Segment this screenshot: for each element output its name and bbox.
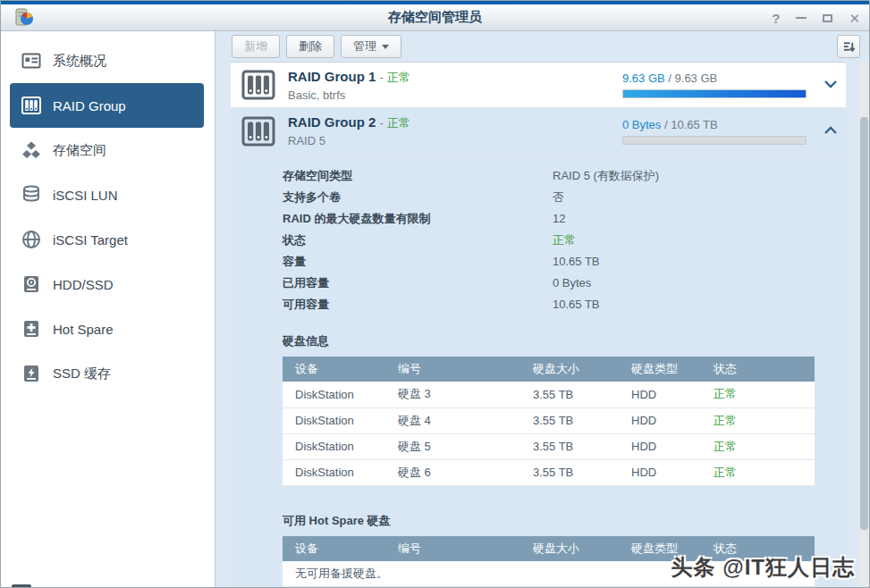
raid-group-icon xyxy=(241,70,275,100)
disk-info-title: 硬盘信息 xyxy=(283,333,846,349)
raid-group-row-1[interactable]: RAID Group 1 - 正常 Basic, btrfs 9.63 GB /… xyxy=(231,62,846,108)
group-separator: - xyxy=(380,116,384,130)
raid-group-details-panel: 存储空间类型 RAID 5 (有数据保护) 支持多个卷 否 RAID 的最大硬盘… xyxy=(231,155,846,588)
usage-progress-bar xyxy=(622,89,807,98)
partially-visible-sidebar-item xyxy=(12,584,31,588)
sidebar-item-label: RAID Group xyxy=(53,98,126,113)
col-status[interactable]: 状态 xyxy=(701,357,815,382)
detail-row: 存储空间类型 RAID 5 (有数据保护) xyxy=(283,165,846,187)
detail-label: RAID 的最大硬盘数量有限制 xyxy=(283,208,553,230)
col-number[interactable]: 编号 xyxy=(385,357,520,382)
table-row[interactable]: DiskStation 硬盘 3 3.55 TB HDD 正常 xyxy=(283,382,815,407)
titlebar[interactable]: 存储空间管理员 ? ✕ xyxy=(1,4,869,31)
sidebar-item-ssd-cache[interactable]: SSD 缓存 xyxy=(1,351,215,396)
hot-spare-table: 设备 编号 硬盘大小 硬盘类型 状态 无可用备援硬盘。 xyxy=(283,536,815,588)
close-button[interactable]: ✕ xyxy=(849,12,860,25)
sidebar-item-iscsi-target[interactable]: iSCSI Target xyxy=(1,217,215,262)
sidebar-item-iscsi-lun[interactable]: iSCSI LUN xyxy=(1,172,215,217)
detail-value: 12 xyxy=(553,208,565,230)
group-usage: 9.63 GB / 9.63 GB xyxy=(622,71,807,98)
empty-table-row: 无可用备援硬盘。 xyxy=(283,561,815,587)
toolbar: 新增 删除 管理 xyxy=(215,31,869,62)
col-type[interactable]: 硬盘类型 xyxy=(619,357,701,382)
storage-manager-window: 存储空间管理员 ? ✕ 系统概况 xyxy=(0,0,870,588)
scrollbar-track[interactable] xyxy=(859,62,869,588)
sidebar-item-raid-group[interactable]: RAID Group xyxy=(10,83,204,128)
help-button[interactable]: ? xyxy=(772,12,780,25)
hot-spare-title: 可用 Hot Spare 硬盘 xyxy=(283,513,846,529)
group-title: RAID Group 1 - 正常 xyxy=(288,69,410,84)
group-name: RAID Group 1 xyxy=(288,69,376,84)
detail-label: 存储空间类型 xyxy=(283,165,553,187)
expand-chevron-down-icon[interactable] xyxy=(824,80,837,90)
col-device[interactable]: 设备 xyxy=(283,536,385,561)
sidebar-item-label: iSCSI Target xyxy=(53,232,128,248)
manage-button[interactable]: 管理 xyxy=(341,35,401,58)
system-overview-icon xyxy=(21,50,42,71)
detail-value-status: 正常 xyxy=(553,230,576,251)
sidebar-item-label: 系统概况 xyxy=(53,53,106,70)
chevron-down-icon xyxy=(382,45,389,49)
table-row[interactable]: DiskStation 硬盘 5 3.55 TB HDD 正常 xyxy=(283,433,815,459)
main-content: 新增 删除 管理 xyxy=(215,31,869,588)
detail-label: 已用容量 xyxy=(283,273,553,294)
storage-volume-icon xyxy=(21,139,42,161)
group-subtitle: RAID 5 xyxy=(288,134,622,147)
sidebar: 系统概况 RAID Gr xyxy=(1,31,215,588)
table-header-row: 设备 编号 硬盘大小 硬盘类型 状态 xyxy=(283,357,815,382)
total-capacity: / 10.65 TB xyxy=(664,118,718,131)
sort-button[interactable] xyxy=(837,35,860,58)
sidebar-item-label: SSD 缓存 xyxy=(53,365,111,382)
detail-row: RAID 的最大硬盘数量有限制 12 xyxy=(283,208,846,230)
scrollbar-thumb[interactable] xyxy=(860,117,868,530)
sidebar-item-hot-spare[interactable]: Hot Spare xyxy=(1,307,215,351)
add-button[interactable]: 新增 xyxy=(232,35,280,58)
col-device[interactable]: 设备 xyxy=(283,357,385,382)
table-row[interactable]: DiskStation 硬盘 6 3.55 TB HDD 正常 xyxy=(283,459,815,485)
usage-progress-bar xyxy=(622,136,807,145)
iscsi-lun-icon xyxy=(21,184,42,206)
col-size[interactable]: 硬盘大小 xyxy=(520,357,619,382)
raid-group-icon xyxy=(241,116,275,147)
sort-icon xyxy=(842,40,856,54)
table-header-row: 设备 编号 硬盘大小 硬盘类型 状态 xyxy=(283,536,815,561)
delete-button[interactable]: 删除 xyxy=(286,35,334,58)
sidebar-item-storage-volume[interactable]: 存储空间 xyxy=(1,128,215,172)
raid-group-row-2[interactable]: RAID Group 2 - 正常 RAID 5 0 Bytes / 10.65… xyxy=(231,108,846,155)
detail-row: 容量 10.65 TB xyxy=(283,251,846,273)
col-type[interactable]: 硬盘类型 xyxy=(619,536,701,561)
sidebar-item-system-overview[interactable]: 系统概况 xyxy=(1,38,215,83)
detail-row: 支持多个卷 否 xyxy=(283,187,846,208)
group-status: 正常 xyxy=(387,71,410,84)
col-status[interactable]: 状态 xyxy=(701,536,815,561)
minimize-button[interactable] xyxy=(796,17,807,19)
detail-row: 状态 正常 xyxy=(283,230,846,251)
detail-row: 可用容量 10.65 TB xyxy=(283,294,846,315)
used-capacity: 9.63 GB xyxy=(622,71,665,85)
collapse-chevron-up-icon[interactable] xyxy=(824,126,837,137)
sidebar-item-hdd-ssd[interactable]: HDD/SSD xyxy=(1,262,215,307)
group-separator: - xyxy=(380,71,384,84)
sidebar-item-label: HDD/SSD xyxy=(53,277,114,292)
window-title: 存储空间管理员 xyxy=(1,9,869,26)
iscsi-target-icon xyxy=(21,229,42,250)
detail-row: 已用容量 0 Bytes xyxy=(283,273,846,294)
detail-label: 可用容量 xyxy=(283,294,553,315)
detail-value: 0 Bytes xyxy=(553,273,591,294)
hot-spare-icon xyxy=(21,318,42,340)
group-subtitle: Basic, btrfs xyxy=(288,88,622,102)
detail-value: 否 xyxy=(553,187,564,208)
col-size[interactable]: 硬盘大小 xyxy=(520,536,619,561)
hdd-ssd-icon xyxy=(21,273,42,295)
table-row[interactable]: DiskStation 硬盘 4 3.55 TB HDD 正常 xyxy=(283,407,815,433)
maximize-button[interactable] xyxy=(823,14,832,22)
detail-label: 状态 xyxy=(283,230,553,251)
raid-group-list: RAID Group 1 - 正常 Basic, btrfs 9.63 GB /… xyxy=(231,62,846,588)
manage-button-label: 管理 xyxy=(353,38,376,55)
ssd-cache-icon xyxy=(21,363,42,384)
col-number[interactable]: 编号 xyxy=(385,536,520,561)
group-usage: 0 Bytes / 10.65 TB xyxy=(622,118,807,145)
detail-value: RAID 5 (有数据保护) xyxy=(553,165,659,187)
sidebar-item-label: Hot Spare xyxy=(53,322,114,337)
used-capacity: 0 Bytes xyxy=(622,118,661,131)
